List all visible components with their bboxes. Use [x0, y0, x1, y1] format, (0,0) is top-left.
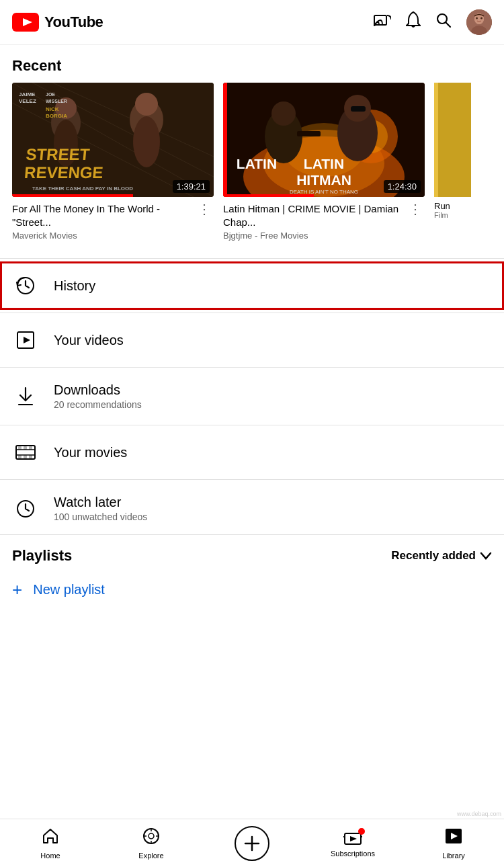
explore-label: Explore: [138, 852, 163, 860]
svg-rect-48: [223, 83, 227, 197]
watch-later-menu-item[interactable]: Watch later 100 unwatched videos: [0, 483, 504, 534]
svg-rect-60: [24, 446, 27, 450]
recently-added-sort[interactable]: Recently added: [391, 549, 492, 563]
nav-home[interactable]: Home: [0, 819, 101, 867]
play-icon: [13, 328, 38, 352]
subscription-notification-dot: [358, 828, 365, 835]
add-icon: [235, 826, 269, 861]
nav-library[interactable]: Library: [403, 819, 504, 867]
progress-bar: [12, 194, 133, 197]
svg-point-39: [271, 101, 296, 126]
svg-rect-40: [297, 131, 321, 136]
video-title: Latin Hitman | CRIME MOVIE | Damian Chap…: [223, 202, 406, 229]
video-more-button[interactable]: ⋮: [195, 202, 214, 216]
home-icon: [42, 827, 59, 849]
home-label: Home: [40, 852, 60, 860]
video-channel: Maverick Movies: [12, 231, 195, 241]
svg-marker-53: [24, 337, 30, 343]
your-movies-label: Your movies: [54, 445, 127, 460]
watch-later-sub: 100 unwatched videos: [54, 511, 147, 522]
partial-title: Run: [434, 197, 471, 211]
nav-add[interactable]: [202, 819, 302, 867]
history-menu-item[interactable]: History: [0, 261, 504, 310]
user-avatar[interactable]: [466, 9, 492, 35]
svg-point-22: [135, 93, 158, 116]
youtube-wordmark: YouTube: [44, 13, 103, 31]
nav-subscriptions[interactable]: Subscriptions: [302, 819, 403, 867]
subscriptions-icon-wrapper: [343, 829, 362, 847]
svg-point-67: [149, 833, 154, 839]
download-icon: [13, 384, 38, 409]
svg-text:STREET: STREET: [26, 145, 91, 163]
video-title: For All The Money In The World - "Street…: [12, 202, 195, 229]
svg-text:TAKE THEIR CASH AND PAY IN BLO: TAKE THEIR CASH AND PAY IN BLOOD: [32, 185, 133, 192]
video-card[interactable]: LATIN LATIN HITMAN DEATH IS AIN'T NO THA…: [223, 83, 425, 243]
search-icon[interactable]: [435, 12, 452, 32]
video-channel: Bjgtjme - Free Movies: [223, 231, 406, 241]
svg-rect-49: [434, 83, 471, 197]
watermark: www.debaq.com: [454, 809, 504, 819]
cast-icon[interactable]: [374, 13, 391, 32]
svg-rect-63: [24, 455, 27, 458]
svg-text:LATIN: LATIN: [304, 156, 344, 171]
video-info: Latin Hitman | CRIME MOVIE | Damian Chap…: [223, 197, 425, 243]
your-videos-menu-item[interactable]: Your videos: [0, 316, 504, 364]
divider: [0, 425, 504, 425]
history-label: History: [54, 278, 95, 294]
divider: [0, 479, 504, 480]
header-icons: [374, 9, 492, 35]
svg-point-10: [476, 17, 478, 19]
your-movies-text: Your movies: [54, 445, 127, 460]
progress-bar: [223, 194, 314, 197]
your-videos-text: Your videos: [54, 333, 124, 348]
svg-marker-75: [350, 836, 357, 841]
svg-rect-50: [434, 83, 438, 197]
explore-icon: [142, 827, 160, 849]
divider: [0, 367, 504, 368]
downloads-menu-item[interactable]: Downloads 20 recommendations: [0, 370, 504, 422]
video-thumbnail[interactable]: STREET REVENGE TAKE THEIR CASH AND PAY I…: [12, 83, 214, 197]
history-icon: [13, 274, 38, 298]
svg-text:REVENGE: REVENGE: [24, 163, 104, 181]
clock-icon: [13, 497, 38, 521]
nav-explore[interactable]: Explore: [101, 819, 202, 867]
subscriptions-label: Subscriptions: [331, 850, 375, 858]
watch-later-label: Watch later: [54, 495, 147, 510]
youtube-logo-icon: [12, 13, 39, 32]
playlists-title: Playlists: [12, 547, 72, 565]
svg-rect-64: [29, 455, 32, 458]
header-left: YouTube: [12, 13, 103, 32]
recent-title: Recent: [0, 45, 504, 83]
header: YouTube: [0, 0, 504, 45]
video-thumbnail[interactable]: LATIN LATIN HITMAN DEATH IS AIN'T NO THA…: [223, 83, 425, 197]
video-info: For All The Money In The World - "Street…: [12, 197, 214, 243]
video-more-button[interactable]: ⋮: [406, 202, 425, 216]
new-playlist-label: New playlist: [33, 582, 105, 597]
chevron-down-icon: [480, 552, 492, 560]
svg-text:JAIME: JAIME: [19, 91, 36, 97]
history-text: History: [54, 278, 95, 294]
svg-rect-59: [18, 446, 22, 450]
downloads-label: Downloads: [54, 382, 142, 398]
video-meta: For All The Money In The World - "Street…: [12, 202, 195, 241]
svg-text:NICK: NICK: [46, 106, 59, 112]
library-icon: [444, 827, 463, 849]
svg-text:HITMAN: HITMAN: [296, 172, 351, 188]
video-card[interactable]: STREET REVENGE TAKE THEIR CASH AND PAY I…: [12, 83, 214, 243]
duration-badge: 1:24:30: [384, 180, 421, 193]
video-meta: Latin Hitman | CRIME MOVIE | Damian Chap…: [223, 202, 406, 241]
svg-point-11: [480, 17, 482, 19]
svg-rect-62: [18, 455, 22, 458]
divider: [0, 313, 504, 313]
watch-later-text: Watch later 100 unwatched videos: [54, 495, 147, 522]
duration-badge: 1:39:21: [173, 180, 210, 193]
svg-text:JOE: JOE: [46, 92, 55, 97]
bell-icon[interactable]: [406, 11, 421, 33]
playlists-header: Playlists Recently added: [0, 534, 504, 571]
partial-video-card: Run Film: [434, 83, 471, 243]
new-playlist-button[interactable]: + New playlist: [0, 571, 504, 608]
partial-thumbnail: [434, 83, 471, 197]
movies-icon: [13, 440, 38, 464]
your-movies-menu-item[interactable]: Your movies: [0, 428, 504, 477]
library-label: Library: [442, 852, 465, 860]
